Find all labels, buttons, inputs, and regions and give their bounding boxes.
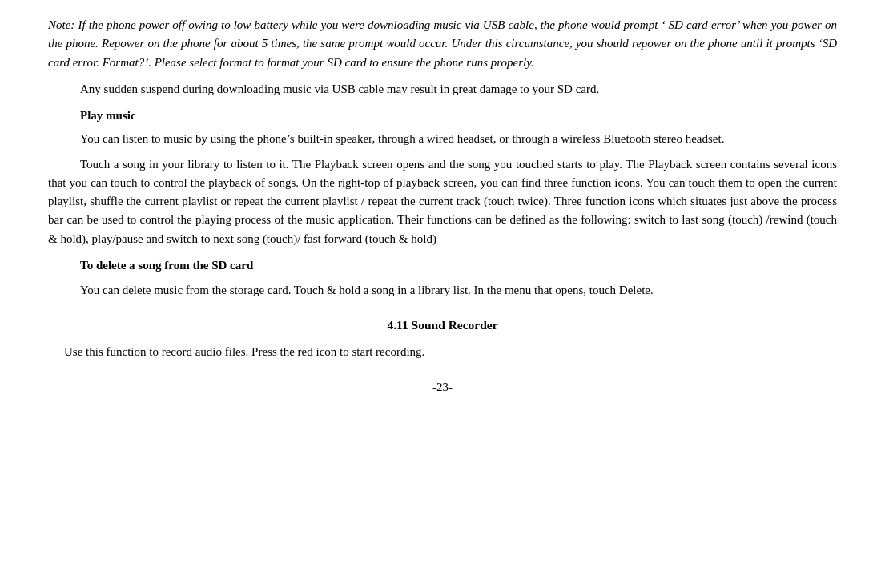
delete-heading: To delete a song from the SD card [48, 256, 837, 275]
sudden-suspend-paragraph: Any sudden suspend during downloading mu… [48, 80, 837, 99]
sound-recorder-body: Use this function to record audio files.… [64, 343, 837, 361]
play-music-body1: You can listen to music by using the pho… [48, 130, 837, 148]
delete-body: You can delete music from the storage ca… [48, 281, 837, 300]
page-number: -23- [48, 378, 837, 397]
play-music-body2: Touch a song in your library to listen t… [48, 155, 837, 248]
note-paragraph: Note: If the phone power off owing to lo… [48, 16, 837, 72]
play-music-heading: Play music [48, 107, 837, 125]
sound-recorder-heading: 4.11 Sound Recorder [48, 316, 837, 335]
page-content: Note: If the phone power off owing to lo… [48, 16, 837, 397]
